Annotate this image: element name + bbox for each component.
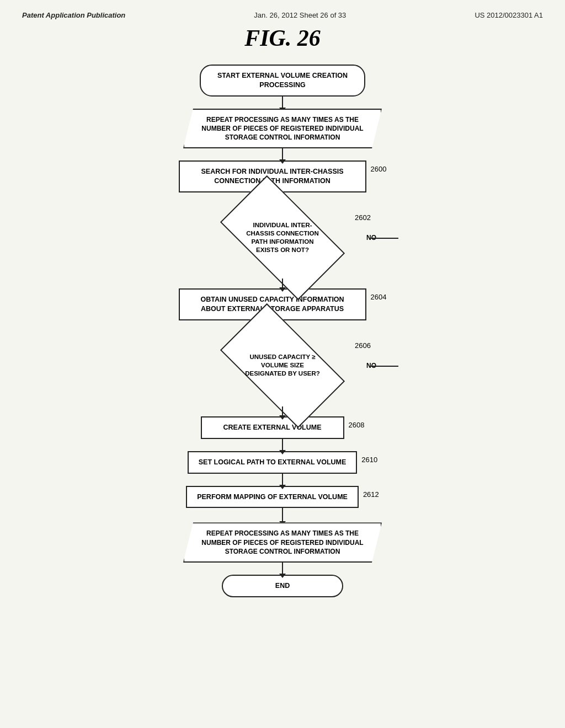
step-2608: CREATE EXTERNAL VOLUME	[201, 416, 344, 439]
arrow-7	[282, 439, 283, 451]
diamond-2606-text: UNUSED CAPACITY ≥ VOLUME SIZE DESIGNATED…	[244, 353, 321, 378]
header-date-sheet: Jan. 26, 2012 Sheet 26 of 33	[254, 11, 346, 19]
no-hline-2602	[371, 238, 398, 239]
no-hline-2606	[371, 366, 398, 367]
header-publication-label: Patent Application Publication	[22, 11, 125, 19]
flowchart: START EXTERNAL VOLUME CREATION PROCESSIN…	[22, 65, 543, 597]
diamond-2602-text: INDIVIDUAL INTER-CHASSIS CONNECTION PATH…	[244, 221, 321, 254]
arrow-2	[282, 148, 283, 160]
figure-title: FIG. 26	[22, 25, 543, 51]
arrow-9	[282, 508, 283, 522]
ref-2600: 2600	[371, 160, 387, 173]
step-2610: SET LOGICAL PATH TO EXTERNAL VOLUME	[188, 451, 358, 474]
ref-2606: 2606	[355, 337, 371, 350]
repeat-block-2: REPEAT PROCESSING AS MANY TIMES AS THE N…	[183, 522, 382, 563]
end-node: END	[222, 575, 343, 597]
ref-2604: 2604	[371, 288, 387, 301]
ref-2610: 2610	[361, 451, 377, 464]
arrow-4	[282, 279, 283, 288]
arrow-10	[282, 563, 283, 575]
ref-2612: 2612	[363, 486, 379, 499]
diamond-2606: UNUSED CAPACITY ≥ VOLUME SIZE DESIGNATED…	[227, 333, 338, 399]
header-patent-number: US 2012/0023301 A1	[475, 11, 543, 19]
start-node: START EXTERNAL VOLUME CREATION PROCESSIN…	[200, 65, 365, 97]
ref-2602: 2602	[355, 209, 371, 222]
arrow-8	[282, 474, 283, 486]
step-2612: PERFORM MAPPING OF EXTERNAL VOLUME	[186, 486, 359, 508]
arrow-6	[282, 406, 283, 416]
arrow-1	[282, 97, 283, 109]
page-header: Patent Application Publication Jan. 26, …	[22, 11, 543, 19]
page: Patent Application Publication Jan. 26, …	[0, 0, 565, 728]
repeat-block-1: REPEAT PROCESSING AS MANY TIMES AS THE N…	[183, 109, 382, 149]
ref-2608: 2608	[349, 416, 365, 429]
diamond-2602: INDIVIDUAL INTER-CHASSIS CONNECTION PATH…	[227, 205, 338, 271]
